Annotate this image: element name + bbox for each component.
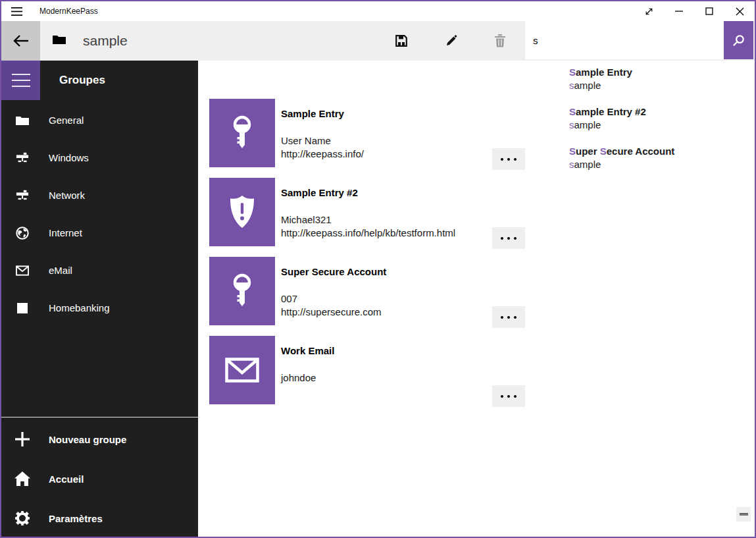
key-icon <box>229 273 255 309</box>
entry-title: Work Email <box>281 345 334 356</box>
suggestion-group: sample <box>569 158 753 171</box>
entry-title: Sample Entry <box>281 108 344 119</box>
entry-more-icon[interactable] <box>492 385 525 407</box>
sidebar-item-label: Homebanking <box>49 302 110 313</box>
entry-list: Sample EntryUser Namehttp://keepass.info… <box>209 99 525 415</box>
edit-icon[interactable] <box>436 21 467 61</box>
sidebar-item-label: Network <box>49 190 85 201</box>
entry-details: User Namehttp://keepass.info/ <box>281 134 364 161</box>
mail-icon <box>225 358 259 383</box>
search-suggestion[interactable]: Sample Entrysample <box>525 61 753 100</box>
sidebar-item-network[interactable]: Network <box>1 176 198 214</box>
close-icon[interactable] <box>724 1 755 21</box>
entry-details: Michael321http://keepass.info/help/kb/te… <box>281 213 455 240</box>
sidebar-header: Groupes <box>59 61 105 100</box>
database-title: sample <box>83 21 128 61</box>
globe-icon <box>16 227 29 240</box>
suggestion-group: sample <box>569 119 753 132</box>
sidebar: Groupes GeneralWindowsNetworkInterneteMa… <box>1 61 198 537</box>
square-icon <box>16 302 29 315</box>
home-icon <box>14 471 30 487</box>
sidebar-item-windows[interactable]: Windows <box>1 139 198 176</box>
search-suggestion[interactable]: Sample Entry #2sample <box>525 100 753 140</box>
sidebar-item-internet[interactable]: Internet <box>1 214 198 252</box>
entry-title: Sample Entry #2 <box>281 187 358 198</box>
sidebar-divider <box>1 417 198 417</box>
sidebar-item-homebanking[interactable]: Homebanking <box>1 289 198 327</box>
gear-icon <box>14 510 30 526</box>
entry-tile[interactable] <box>209 178 275 246</box>
network-icon <box>16 151 29 165</box>
entry-row[interactable]: Super Secure Account007http://supersecur… <box>209 257 525 325</box>
sidebar-footer-accueil[interactable]: Accueil <box>1 459 198 498</box>
semantic-zoom-out-icon[interactable] <box>736 507 751 522</box>
sidebar-footer-label: Paramètres <box>49 513 103 524</box>
entry-url: http://supersecure.com <box>281 306 382 319</box>
entry-url: http://keepass.info/ <box>281 148 364 161</box>
sidebar-item-label: General <box>49 115 84 126</box>
sidebar-groups: GeneralWindowsNetworkInterneteMailHomeba… <box>1 101 198 327</box>
sidebar-footer-label: Nouveau groupe <box>49 434 126 445</box>
delete-icon[interactable] <box>484 21 516 61</box>
sidebar-footer-param-tres[interactable]: Paramètres <box>1 498 198 538</box>
entry-row[interactable]: Work Emailjohndoe <box>209 336 525 404</box>
save-icon[interactable] <box>386 21 417 61</box>
hamburger-menu-icon[interactable] <box>1 61 40 100</box>
titlebar: ModernKeePass <box>1 1 755 21</box>
search-suggestion[interactable]: Super Secure Accountsample <box>525 140 753 179</box>
search-suggestions: Sample EntrysampleSample Entry #2sampleS… <box>525 61 753 179</box>
app-title: ModernKeePass <box>39 7 98 16</box>
folder-icon <box>16 114 29 127</box>
sidebar-item-label: Windows <box>49 152 89 163</box>
plus-icon <box>14 431 30 447</box>
back-button[interactable] <box>1 21 40 61</box>
database-folder-icon <box>53 34 66 44</box>
sidebar-item-label: Internet <box>49 227 82 238</box>
entry-details: johndoe <box>281 371 316 385</box>
suggestion-title: Sample Entry <box>569 66 753 79</box>
entry-username: User Name <box>281 134 364 148</box>
suggestion-title: Super Secure Account <box>569 145 753 158</box>
search-input[interactable] <box>525 21 724 59</box>
entry-username: johndoe <box>281 371 316 385</box>
entry-tile[interactable] <box>209 336 275 404</box>
key-icon <box>229 115 255 151</box>
entry-row[interactable]: Sample Entry #2Michael321http://keepass.… <box>209 178 525 246</box>
entry-username: 007 <box>281 292 382 306</box>
window-controls <box>634 1 755 21</box>
entry-details: 007http://supersecure.com <box>281 292 382 319</box>
entry-url: http://keepass.info/help/kb/testform.htm… <box>281 227 455 240</box>
shield-alert-icon <box>228 195 257 229</box>
entry-title: Super Secure Account <box>281 266 386 277</box>
fullscreen-icon[interactable] <box>634 1 664 21</box>
sidebar-item-label: eMail <box>49 265 72 276</box>
sidebar-footer-nouveau-groupe[interactable]: Nouveau groupe <box>1 419 198 459</box>
minimize-icon[interactable] <box>664 1 694 21</box>
entry-more-icon[interactable] <box>492 306 525 328</box>
search-icon[interactable] <box>724 21 753 59</box>
titlebar-hamburger-icon <box>1 7 32 16</box>
entry-username: Michael321 <box>281 213 455 227</box>
maximize-icon[interactable] <box>694 1 724 21</box>
entry-more-icon[interactable] <box>492 227 525 249</box>
mail-outline-icon <box>16 264 29 277</box>
entry-tile[interactable] <box>209 257 275 325</box>
sidebar-footer: Nouveau groupeAccueilParamètres <box>1 419 198 538</box>
sidebar-item-email[interactable]: eMail <box>1 252 198 289</box>
entry-row[interactable]: Sample EntryUser Namehttp://keepass.info… <box>209 99 525 167</box>
suggestion-group: sample <box>569 79 753 92</box>
suggestion-title: Sample Entry #2 <box>569 105 753 119</box>
entry-tile[interactable] <box>209 99 275 167</box>
entry-more-icon[interactable] <box>492 148 525 170</box>
sidebar-footer-label: Accueil <box>49 473 84 485</box>
sidebar-item-general[interactable]: General <box>1 101 198 139</box>
network-icon <box>16 189 29 202</box>
